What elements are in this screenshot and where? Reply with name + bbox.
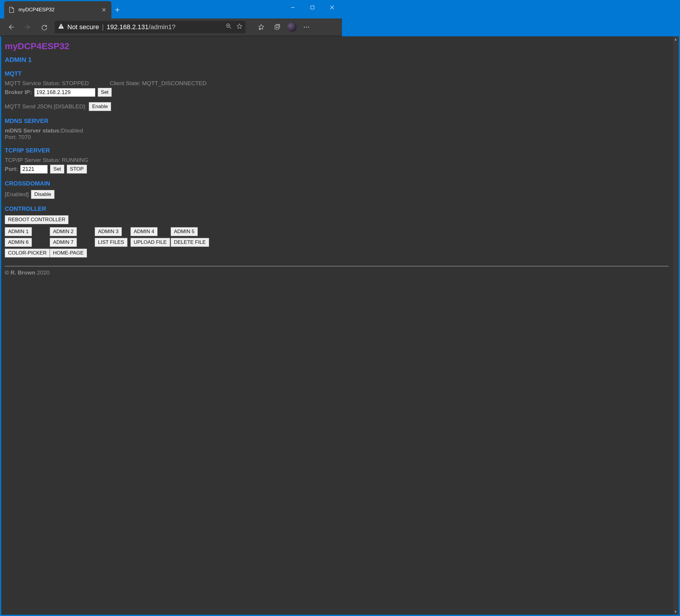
controller-heading: CONTROLLER (5, 205, 342, 212)
svg-point-5 (304, 27, 305, 27)
admin-7-button[interactable]: ADMIN 7 (50, 238, 77, 247)
security-label: Not secure (67, 23, 99, 31)
broker-ip-input[interactable] (34, 88, 95, 97)
address-separator: | (102, 23, 104, 31)
browser-toolbar: Not secure | 192.168.2.131/admin1? (0, 19, 342, 36)
mqtt-service-status-label: MQTT Service Status: (5, 80, 60, 86)
crossdomain-heading: CROSSDOMAIN (5, 180, 342, 187)
mdns-status-value: Disabled (61, 127, 83, 134)
refresh-button[interactable] (38, 21, 51, 33)
page-heading: ADMIN 1 (5, 56, 342, 64)
upload-file-button[interactable]: UPLOAD FILE (131, 238, 170, 247)
footer-divider (5, 266, 342, 266)
mqtt-send-json-label: MQTT Send JSON [DISABLED]: (5, 103, 86, 110)
mqtt-service-status-value: STOPPED (62, 80, 89, 86)
admin-2-button[interactable]: ADMIN 2 (50, 227, 77, 236)
address-bar[interactable]: Not secure | 192.168.2.131/admin1? (55, 21, 246, 33)
page-content: myDCP4ESP32 ADMIN 1 MQTT MQTT Service St… (1, 36, 342, 310)
footer-year: 2020 (37, 269, 50, 276)
mdns-status-label: mDNS Server status: (5, 127, 61, 134)
home-page-button[interactable]: HOME-PAGE (50, 248, 87, 258)
admin-5-button[interactable]: ADMIN 5 (171, 227, 198, 236)
crossdomain-state: [Enabled] (5, 191, 29, 198)
zoom-icon[interactable] (226, 23, 232, 31)
url-text: 192.168.2.131/admin1? (107, 23, 175, 31)
footer-owner: © R. Brown (5, 269, 35, 276)
window-controls (283, 0, 342, 15)
not-secure-indicator[interactable]: Not secure (58, 23, 99, 31)
crossdomain-disable-button[interactable]: Disable (31, 190, 55, 199)
tcpip-stop-button[interactable]: STOP (67, 165, 87, 174)
more-menu-button[interactable] (300, 21, 313, 33)
warning-icon (58, 23, 64, 31)
tcpip-set-button[interactable]: Set (50, 165, 64, 174)
tcpip-heading: TCP/IP SERVER (5, 147, 342, 154)
footer: © R. Brown 2020 (5, 269, 342, 276)
svg-rect-2 (61, 28, 61, 28)
admin-6-button[interactable]: ADMIN 6 (5, 238, 32, 247)
new-tab-button[interactable] (111, 1, 123, 19)
page-icon (8, 6, 15, 13)
delete-file-button[interactable]: DELETE FILE (171, 238, 209, 247)
admin-3-button[interactable]: ADMIN 3 (95, 227, 122, 236)
favorite-icon[interactable] (236, 23, 243, 31)
admin-1-button[interactable]: ADMIN 1 (5, 227, 32, 236)
tab-title: myDCP4ESP32 (19, 7, 97, 13)
mdns-port-label: Port: (5, 134, 17, 140)
close-tab-icon[interactable] (101, 6, 107, 13)
tcpip-port-input[interactable] (20, 165, 48, 174)
tcpip-status-value: RUNNING (62, 157, 88, 163)
reboot-controller-button[interactable]: REBOOT CONTROLLER (5, 215, 68, 224)
minimize-button[interactable] (283, 0, 303, 15)
favorites-button[interactable] (255, 21, 267, 33)
app-title: myDCP4ESP32 (5, 41, 342, 51)
list-files-button[interactable]: LIST FILES (95, 238, 128, 247)
svg-point-6 (306, 27, 307, 27)
mqtt-heading: MQTT (5, 70, 342, 77)
mqtt-client-state-label: Client State: (110, 80, 141, 86)
mdns-port-value: 7070 (18, 134, 31, 140)
url-host: 192.168.2.131 (107, 23, 149, 31)
browser-tab[interactable]: myDCP4ESP32 (4, 1, 111, 19)
maximize-button[interactable] (303, 0, 322, 15)
svg-rect-0 (311, 6, 314, 9)
url-path: /admin1? (149, 23, 176, 31)
admin-4-button[interactable]: ADMIN 4 (131, 227, 158, 236)
broker-ip-label: Broker IP: (5, 89, 32, 95)
mqtt-send-json-enable-button[interactable]: Enable (89, 102, 111, 111)
color-picker-button[interactable]: COLOR-PICKER (5, 248, 50, 258)
collections-button[interactable] (271, 21, 284, 33)
tcpip-status-label: TCP/IP Server Status: (5, 157, 60, 163)
mqtt-client-state-value: MQTT_DISCONNECTED (142, 80, 206, 86)
window-titlebar: myDCP4ESP32 (0, 0, 342, 19)
tcpip-port-label: Port: (5, 166, 18, 172)
close-window-button[interactable] (322, 0, 342, 15)
svg-point-7 (308, 27, 309, 27)
mdns-heading: MDNS SERVER (5, 118, 342, 124)
admin-nav-grid: ADMIN 1 ADMIN 2 ADMIN 3 ADMIN 4 ADMIN 5 … (5, 227, 342, 258)
back-button[interactable] (5, 21, 17, 33)
profile-avatar[interactable] (287, 22, 297, 32)
forward-button[interactable] (22, 21, 34, 33)
svg-rect-1 (61, 25, 61, 27)
broker-ip-set-button[interactable]: Set (98, 88, 112, 97)
